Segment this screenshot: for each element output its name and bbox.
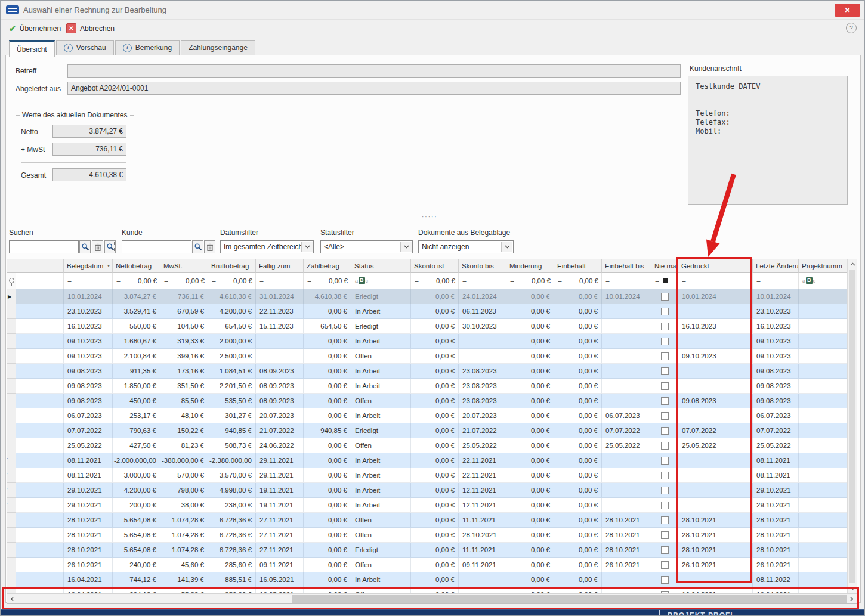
statusfilter-select[interactable]: <Alle> (320, 240, 413, 253)
betreff-input[interactable] (67, 64, 681, 78)
column-header-icon[interactable] (16, 259, 64, 273)
suchen-input[interactable] (9, 240, 79, 253)
chevron-down-icon[interactable] (400, 242, 412, 252)
nie-mahnen-checkbox[interactable] (661, 293, 669, 301)
kunde-search-button[interactable] (192, 240, 203, 253)
filter-cell-projektnummer[interactable]: aBc (799, 273, 847, 289)
chevron-down-icon[interactable] (501, 242, 512, 252)
nie-mahnen-checkbox[interactable] (661, 516, 669, 524)
nie-mahnen-checkbox[interactable] (661, 412, 669, 420)
tab-vorschau[interactable]: i Vorschau (56, 40, 114, 55)
column-header-zahlbetrag[interactable]: Zahlbetrag (304, 259, 351, 273)
help-button[interactable]: ? (846, 23, 857, 33)
filter-cell-einbehalt_bis[interactable]: = (602, 273, 651, 289)
table-row[interactable]: 07.07.2022790,63 €150,22 €940,85 €21.07.… (7, 423, 847, 438)
filter-cell-status[interactable]: aBc (351, 273, 411, 289)
apply-button[interactable]: ✔ Übernehmen (5, 21, 64, 35)
column-header-nie_mahnen[interactable]: Nie mah (651, 259, 678, 273)
splitter-handle[interactable]: ····· (422, 213, 438, 220)
nie-mahnen-checkbox[interactable] (661, 487, 669, 494)
tab-uebersicht[interactable]: Übersicht (9, 40, 55, 57)
table-row[interactable]: 23.10.20233.529,41 €670,59 €4.200,00 €22… (7, 304, 847, 319)
scroll-up-button[interactable] (848, 259, 857, 269)
filter-cell-einbehalt[interactable]: =0,00 € (554, 273, 602, 289)
table-row[interactable]: 09.10.20231.680,67 €319,33 €2.000,00 €0,… (7, 334, 847, 349)
filter-cell-icon[interactable] (16, 273, 64, 289)
filter-cell-letzte_aenderung[interactable]: = (753, 273, 799, 289)
scroll-left-button[interactable] (7, 594, 17, 603)
column-header-minderung[interactable]: Minderung (506, 259, 554, 273)
column-header-einbehalt_bis[interactable]: Einbehalt bis (602, 259, 651, 273)
chevron-down-icon[interactable] (301, 242, 313, 252)
abgeleitet-aus-input[interactable]: Angebot A2024/01-0001 (67, 82, 681, 95)
filter-cell-netto[interactable]: =0,00 € (113, 273, 160, 289)
table-row[interactable]: 28.10.20215.654,08 €1.074,28 €6.728,36 €… (7, 543, 847, 558)
filter-cell-brutto[interactable]: =0,00 € (208, 273, 256, 289)
nie-mahnen-checkbox[interactable] (661, 323, 669, 330)
nie-mahnen-checkbox[interactable] (661, 561, 669, 569)
table-row[interactable]: 28.10.20215.654,08 €1.074,28 €6.728,36 €… (7, 528, 847, 543)
filter-cell-row-indicator[interactable] (7, 273, 16, 289)
table-row[interactable]: 28.10.20215.654,08 €1.074,28 €6.728,36 €… (7, 513, 847, 528)
table-row[interactable]: ∕29.10.2021-4.200,00 €-798,00 €-4.998,00… (7, 483, 847, 498)
column-header-letzte_aenderung[interactable]: Letzte Änderu (753, 259, 799, 273)
column-header-status[interactable]: Status (351, 259, 411, 273)
table-row[interactable]: ∕29.10.2021-200,00 €-38,00 €-238,00 €19.… (7, 498, 847, 513)
table-row[interactable]: 06.07.2023253,17 €48,10 €301,27 €20.07.2… (7, 408, 847, 423)
table-row[interactable]: 16.10.2023550,00 €104,50 €654,50 €15.11.… (7, 319, 847, 334)
nie-mahnen-checkbox[interactable] (661, 427, 669, 435)
nie-mahnen-checkbox[interactable] (661, 502, 669, 509)
scroll-down-button[interactable] (848, 584, 857, 593)
table-row[interactable]: 09.08.2023911,35 €173,16 €1.084,51 €08.0… (7, 364, 847, 379)
column-header-belegdatum[interactable]: Belegdatum▼ (64, 259, 113, 273)
column-header-projektnummer[interactable]: Projektnumm (799, 259, 847, 273)
filter-checkbox-indeterminate[interactable] (662, 277, 669, 284)
column-header-skonto_bis[interactable]: Skonto bis (459, 259, 506, 273)
nie-mahnen-checkbox[interactable] (661, 457, 669, 465)
filter-cell-minderung[interactable]: =0,00 € (506, 273, 554, 289)
filter-cell-belegdatum[interactable]: = (64, 273, 113, 289)
table-row[interactable]: 16.04.2021294,12 €55,88 €350,00 €16.05.2… (7, 587, 847, 593)
nie-mahnen-checkbox[interactable] (661, 338, 669, 345)
suchen-advanced-button[interactable] (104, 240, 116, 253)
scroll-right-button[interactable] (847, 594, 857, 603)
kunde-clear-button[interactable] (204, 240, 215, 253)
belegablage-select[interactable]: Nicht anzeigen (418, 240, 514, 253)
tab-zahlungseingaenge[interactable]: Zahlungseingänge (181, 40, 255, 55)
vertical-scrollbar[interactable] (847, 259, 857, 593)
nie-mahnen-checkbox[interactable] (661, 472, 669, 479)
column-header-faellig[interactable]: Fällig zum (256, 259, 304, 273)
nie-mahnen-checkbox[interactable] (661, 576, 669, 584)
column-header-skonto_ist[interactable]: Skonto ist (411, 259, 459, 273)
filter-cell-skonto_ist[interactable]: =0,00 € (411, 273, 459, 289)
filter-cell-mwst[interactable]: =0,00 € (160, 273, 208, 289)
filter-cell-faellig[interactable]: = (256, 273, 304, 289)
nie-mahnen-checkbox[interactable] (661, 308, 669, 315)
nie-mahnen-checkbox[interactable] (661, 546, 669, 554)
nie-mahnen-checkbox[interactable] (661, 397, 669, 405)
horizontal-scrollbar-thumb[interactable] (292, 595, 847, 603)
table-row[interactable]: ▶10.01.20243.874,27 €736,11 €4.610,38 €3… (7, 289, 847, 304)
cancel-button[interactable]: ✕ Abbrechen (63, 21, 118, 35)
table-row[interactable]: 09.08.2023450,00 €85,50 €535,50 €08.09.2… (7, 394, 847, 408)
table-row[interactable]: ∕08.11.2021-3.000,00 €-570,00 €-3.570,00… (7, 468, 847, 483)
filter-cell-gedruckt[interactable]: = (678, 273, 753, 289)
nie-mahnen-checkbox[interactable] (661, 382, 669, 390)
table-row[interactable]: ∕08.11.2021-2.000.000,00-380.000,00 €-2.… (7, 453, 847, 468)
nie-mahnen-checkbox[interactable] (661, 531, 669, 539)
column-header-gedruckt[interactable]: Gedruckt (678, 259, 753, 273)
table-row[interactable]: 09.08.20231.850,00 €351,50 €2.201,50 €08… (7, 379, 847, 394)
column-header-mwst[interactable]: MwSt. (160, 259, 208, 273)
table-row[interactable]: 16.04.2021744,12 €141,39 €885,51 €16.05.… (7, 572, 847, 587)
close-button[interactable]: ✕ (835, 4, 860, 17)
column-header-einbehalt[interactable]: Einbehalt (554, 259, 602, 273)
table-row[interactable]: 25.05.2022427,50 €81,23 €508,73 €24.06.2… (7, 438, 847, 453)
tab-bemerkung[interactable]: i Bemerkung (115, 40, 180, 55)
filter-cell-skonto_bis[interactable]: = (459, 273, 506, 289)
suchen-search-button[interactable] (79, 240, 91, 253)
column-header-netto[interactable]: Nettobetrag (113, 259, 160, 273)
column-header-brutto[interactable]: Bruttobetrag (208, 259, 256, 273)
nie-mahnen-checkbox[interactable] (661, 352, 669, 360)
datumsfilter-select[interactable]: Im gesamten Zeitbereich (220, 240, 314, 253)
kunde-input[interactable] (122, 240, 191, 253)
